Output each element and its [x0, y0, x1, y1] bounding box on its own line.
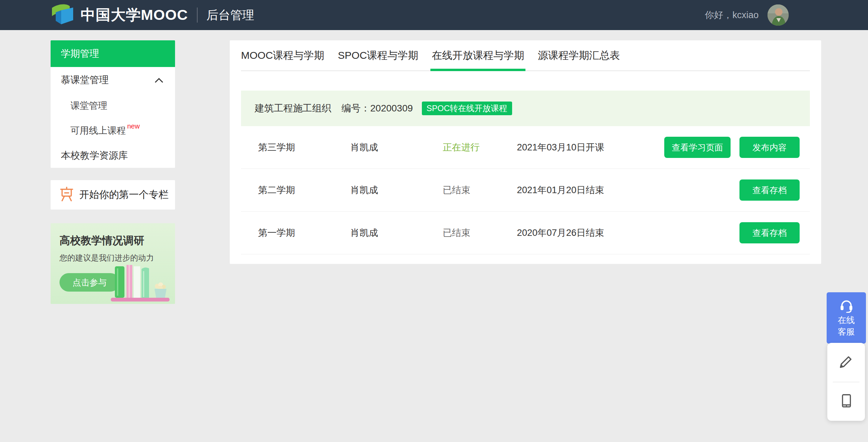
header-divider — [197, 8, 198, 23]
sidebar-menu: 学期管理 慕课堂管理 课堂管理 可用线上课程 new 本校教学资源库 — [51, 40, 175, 168]
mobile-app-button[interactable] — [827, 382, 865, 421]
semester-cell: 第三学期 — [258, 141, 350, 153]
view-archive-button[interactable]: 查看存档 — [739, 179, 800, 201]
teacher-cell: 肖凯成 — [350, 184, 443, 196]
new-badge: new — [127, 122, 140, 130]
tab-source-course-summary[interactable]: 源课程学期汇总表 — [538, 40, 620, 70]
chevron-up-icon — [155, 75, 163, 85]
support-label-line1: 在线 — [838, 314, 855, 326]
status-badge: 正在进行 — [443, 141, 517, 153]
start-column-label: 开始你的第一个专栏 — [79, 188, 169, 202]
publish-content-button[interactable]: 发布内容 — [739, 137, 800, 158]
teacher-cell: 肖凯成 — [350, 227, 443, 239]
course-code: 编号：20200309 — [342, 102, 413, 115]
date-cell: 2020年07月26日结束 — [517, 227, 739, 239]
tab-bar: MOOC课程与学期 SPOC课程与学期 在线开放课程与学期 源课程学期汇总表 — [241, 40, 810, 71]
pencil-icon — [838, 353, 854, 371]
feedback-button[interactable] — [827, 343, 865, 382]
course-code-label: 编号： — [342, 103, 370, 113]
status-badge: 已结束 — [443, 184, 517, 196]
tab-mooc-courses[interactable]: MOOC课程与学期 — [241, 40, 324, 70]
avatar[interactable] — [767, 4, 789, 26]
survey-title: 高校教学情况调研 — [59, 233, 175, 248]
tab-label: 源课程学期汇总表 — [538, 49, 620, 63]
status-badge: 已结束 — [443, 227, 517, 239]
online-support-widget[interactable]: 在线 客服 — [827, 292, 866, 344]
sidebar-item-label: 慕课堂管理 — [61, 73, 109, 86]
sidebar-item-class-management[interactable]: 课堂管理 — [51, 93, 175, 118]
course-type-badge: SPOC转在线开放课程 — [422, 102, 512, 115]
books-illustration — [111, 257, 170, 304]
tab-label: SPOC课程与学期 — [338, 49, 418, 63]
sidebar-item-label: 本校教学资源库 — [61, 149, 128, 162]
tab-label: MOOC课程与学期 — [241, 49, 324, 63]
user-greeting[interactable]: 你好，kcxiao — [705, 9, 759, 21]
course-name: 建筑工程施工组织 — [255, 102, 331, 115]
course-code-value: 20200309 — [370, 103, 413, 113]
date-cell: 2021年03月10日开课 — [517, 141, 664, 153]
sidebar-item-label: 可用线上课程 — [70, 124, 126, 137]
date-cell: 2021年01月20日结束 — [517, 184, 739, 196]
mobile-device-icon — [838, 392, 854, 410]
tab-open-online-courses[interactable]: 在线开放课程与学期 — [432, 40, 524, 70]
main-content-card: MOOC课程与学期 SPOC课程与学期 在线开放课程与学期 源课程学期汇总表 建… — [230, 40, 821, 264]
tab-label: 在线开放课程与学期 — [432, 49, 524, 63]
sidebar-item-school-resources[interactable]: 本校教学资源库 — [51, 143, 175, 168]
survey-promo-card: 高校教学情况调研 您的建议是我们进步的动力 点击参与 — [51, 223, 175, 304]
app-header: 中国大学MOOC 后台管理 你好，kcxiao — [0, 0, 868, 30]
table-row: 第二学期 肖凯成 已结束 2021年01月20日结束 查看存档 — [241, 169, 810, 212]
semester-table: 第三学期 肖凯成 正在进行 2021年03月10日开课 查看学习页面 发布内容 … — [241, 126, 810, 254]
sidebar-item-label: 学期管理 — [61, 47, 99, 60]
headset-icon — [839, 298, 854, 314]
sidebar-item-label: 课堂管理 — [70, 99, 107, 112]
open-book-logo-icon — [51, 4, 76, 26]
view-learning-page-button[interactable]: 查看学习页面 — [664, 137, 731, 158]
easel-icon — [59, 186, 75, 203]
semester-cell: 第二学期 — [258, 184, 350, 196]
support-label-line2: 客服 — [838, 326, 855, 337]
sidebar-item-available-online-courses[interactable]: 可用线上课程 new — [51, 118, 175, 143]
floating-toolbar — [827, 343, 865, 421]
sidebar-item-mooc-classroom[interactable]: 慕课堂管理 — [51, 67, 175, 93]
tab-spoc-courses[interactable]: SPOC课程与学期 — [338, 40, 418, 70]
brand-name: 中国大学MOOC — [81, 5, 188, 25]
sidebar: 学期管理 慕课堂管理 课堂管理 可用线上课程 new 本校教学资源库 — [51, 40, 175, 304]
table-row: 第一学期 肖凯成 已结束 2020年07月26日结束 查看存档 — [241, 212, 810, 254]
view-archive-button[interactable]: 查看存档 — [739, 222, 800, 243]
table-row: 第三学期 肖凯成 正在进行 2021年03月10日开课 查看学习页面 发布内容 — [241, 126, 810, 169]
semester-cell: 第一学期 — [258, 227, 350, 239]
page-title: 后台管理 — [206, 7, 254, 23]
sidebar-item-semester-management[interactable]: 学期管理 — [51, 40, 175, 67]
start-column-banner[interactable]: 开始你的第一个专栏 — [51, 180, 175, 210]
teacher-cell: 肖凯成 — [350, 141, 443, 153]
course-info-bar: 建筑工程施工组织 编号：20200309 SPOC转在线开放课程 — [241, 91, 810, 126]
brand-logo[interactable]: 中国大学MOOC — [51, 4, 188, 26]
